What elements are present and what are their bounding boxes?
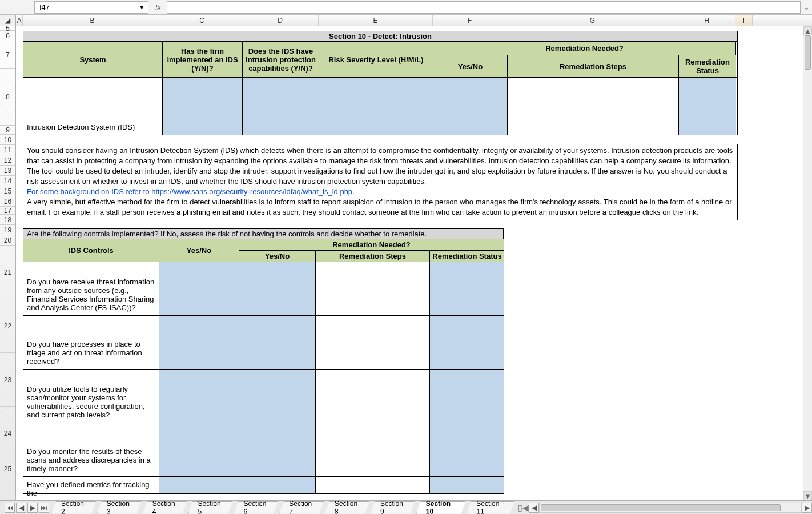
control-status-2[interactable] — [430, 315, 504, 369]
scroll-up-icon[interactable]: ▲ — [803, 26, 812, 35]
hscroll-right-icon[interactable]: ▶ — [802, 503, 812, 513]
tab-nav-prev-icon[interactable]: ◀ — [16, 503, 26, 513]
control-q-3[interactable]: Do you utilize tools to regularly scan/m… — [23, 369, 159, 423]
fx-icon[interactable]: fx — [150, 3, 167, 11]
control-q-1[interactable]: Do you have receive threat information f… — [23, 262, 159, 315]
control-q-2[interactable]: Do you have processes in place to triage… — [23, 315, 159, 369]
control-steps-5[interactable] — [316, 476, 430, 493]
vscroll-track[interactable] — [803, 35, 812, 491]
horizontal-scrollbar[interactable]: ◀ ▶ — [529, 503, 812, 513]
control-status-4[interactable] — [430, 423, 504, 476]
control-steps-4[interactable] — [316, 423, 430, 476]
control-steps-2[interactable] — [316, 315, 430, 369]
control-q-4[interactable]: Do you monitor the results of these scan… — [23, 423, 159, 476]
col-header-I[interactable]: I — [735, 15, 753, 26]
explain-link[interactable]: For some background on IDS refer to http… — [27, 187, 355, 196]
cell-remediation-steps[interactable] — [508, 78, 679, 135]
col-header-E[interactable]: E — [319, 15, 433, 26]
col-header-A[interactable]: A — [16, 15, 23, 26]
row-header-21[interactable]: 21 — [0, 246, 15, 299]
select-all-corner[interactable]: ◢ — [0, 15, 16, 26]
tab-nav-last-icon[interactable]: ⏭ — [39, 503, 49, 513]
col-header-G[interactable]: G — [507, 15, 678, 26]
tab-nav-buttons: ⏮ ◀ ▶ ⏭ — [5, 503, 50, 513]
control-status-5[interactable] — [430, 476, 504, 493]
row-header-18[interactable]: 18 — [0, 215, 15, 225]
row-header-17[interactable]: 17 — [0, 207, 15, 215]
formula-bar-expand-icon[interactable]: ⌄ — [801, 3, 812, 11]
col-header-C[interactable]: C — [162, 15, 242, 26]
control-yn-5[interactable] — [159, 476, 239, 493]
vertical-scrollbar[interactable]: ▲ ▼ — [803, 26, 812, 500]
row-header-5[interactable]: 5 — [0, 26, 15, 31]
control-yn-4[interactable] — [159, 423, 239, 476]
cell-implemented-ids[interactable] — [163, 78, 243, 135]
tab-section-4[interactable]: Section 4 — [143, 501, 187, 514]
control-steps-1[interactable] — [316, 262, 430, 315]
control-yn-2[interactable] — [159, 315, 239, 369]
control-remyn-4[interactable] — [239, 423, 316, 476]
row-header-9[interactable]: 9 — [0, 126, 15, 135]
col-header-F[interactable]: F — [433, 15, 507, 26]
row-header-6[interactable]: 6 — [0, 31, 15, 41]
th-remediation-steps: Remediation Steps — [508, 55, 679, 77]
tab-section-9[interactable]: Section 9 — [371, 501, 415, 514]
control-remyn-1[interactable] — [239, 262, 316, 315]
row-header-8[interactable]: 8 — [0, 69, 15, 126]
tab-section-6[interactable]: Section 6 — [234, 501, 278, 514]
row-header-13[interactable]: 13 — [0, 166, 15, 176]
row-header-22[interactable]: 22 — [0, 299, 15, 353]
row-header-23[interactable]: 23 — [0, 353, 15, 407]
cell-remediation-status[interactable] — [679, 78, 736, 135]
control-q-5[interactable]: Have you defined metrics for tracking th… — [23, 476, 159, 493]
row-header-20[interactable]: 20 — [0, 235, 15, 246]
hscroll-thumb[interactable] — [541, 504, 781, 511]
th-remediation-status: Remediation Status — [679, 55, 736, 77]
name-box[interactable]: I47 ▾ — [34, 1, 148, 14]
control-yn-1[interactable] — [159, 262, 239, 315]
row-header-16[interactable]: 16 — [0, 196, 15, 207]
cell-yesno[interactable] — [433, 78, 508, 135]
explain-p2: A very simple, but effective method for … — [27, 197, 734, 218]
row-header-19[interactable]: 19 — [0, 225, 15, 235]
control-remyn-5[interactable] — [239, 476, 316, 493]
name-box-value: I47 — [39, 3, 50, 11]
control-status-1[interactable] — [430, 262, 504, 315]
row-header-24[interactable]: 24 — [0, 407, 15, 460]
tab-nav-next-icon[interactable]: ▶ — [27, 503, 38, 513]
vscroll-thumb[interactable] — [805, 35, 811, 70]
tab-section-10[interactable]: Section 10 — [416, 501, 466, 514]
col-header-H[interactable]: H — [678, 15, 735, 26]
row-header-11[interactable]: 11 — [0, 145, 15, 155]
cell-risk-level[interactable] — [319, 78, 433, 135]
col-header-D[interactable]: D — [242, 15, 319, 26]
tab-nav-first-icon[interactable]: ⏮ — [5, 503, 15, 513]
control-remyn-3[interactable] — [239, 369, 316, 423]
cell-system[interactable]: Intrusion Detection System (IDS) — [23, 78, 163, 135]
tab-section-3[interactable]: Section 3 — [97, 501, 142, 514]
tab-section-2[interactable]: Section 2 — [51, 501, 96, 514]
control-yn-3[interactable] — [159, 369, 239, 423]
cell-ids-protection[interactable] — [243, 78, 319, 135]
row-header-15[interactable]: 15 — [0, 186, 15, 196]
tab-section-7[interactable]: Section 7 — [279, 501, 324, 514]
row-header-12[interactable]: 12 — [0, 155, 15, 166]
col-header-B[interactable]: B — [23, 15, 162, 26]
hscroll-left-icon[interactable]: ◀ — [529, 503, 539, 513]
control-status-3[interactable] — [430, 369, 504, 423]
tab-scroll-indicator-icon[interactable]: ▯◀ — [518, 503, 529, 512]
tab-section-5[interactable]: Section 5 — [188, 501, 233, 514]
hscroll-track[interactable] — [539, 503, 802, 513]
control-steps-3[interactable] — [316, 369, 430, 423]
row-header-14[interactable]: 14 — [0, 176, 15, 186]
name-box-dropdown-icon[interactable]: ▾ — [138, 3, 146, 11]
formula-input[interactable] — [167, 1, 801, 14]
scroll-down-icon[interactable]: ▼ — [803, 491, 812, 500]
row-header-25[interactable]: 25 — [0, 460, 15, 477]
tab-section-8[interactable]: Section 8 — [325, 501, 369, 514]
row-header-7[interactable]: 7 — [0, 41, 15, 69]
row-header-10[interactable]: 10 — [0, 135, 15, 145]
worksheet-area[interactable]: Section 10 - Detect: Intrusion System Ha… — [16, 26, 812, 500]
tab-section-11[interactable]: Section 11 — [467, 501, 514, 514]
control-remyn-2[interactable] — [239, 315, 316, 369]
